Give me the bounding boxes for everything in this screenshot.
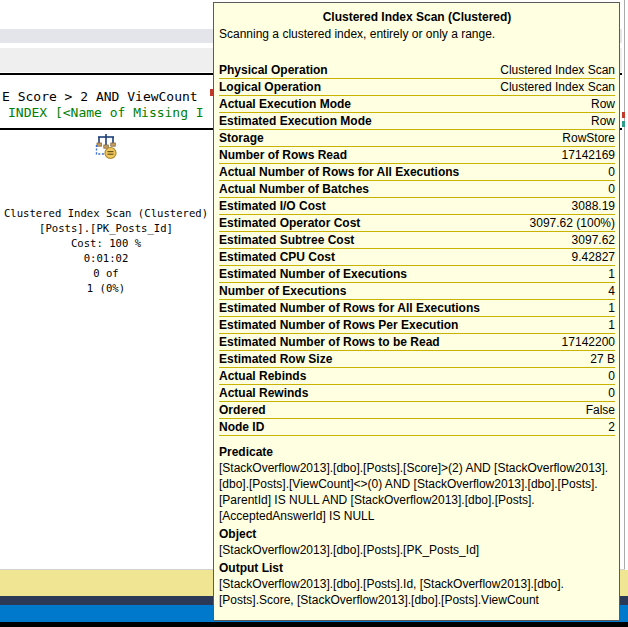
tooltip-section: Object [StackOverflow2013].[dbo].[Posts]…	[219, 527, 615, 558]
property-row: Ordered False	[219, 402, 615, 419]
property-label: Estimated Row Size	[219, 352, 332, 366]
plan-node-label-line: Cost: 100 %	[0, 236, 212, 251]
property-row: Estimated Number of Executions 1	[219, 266, 615, 283]
property-label: Estimated Number of Executions	[219, 267, 407, 281]
tooltip-section: Predicate [StackOverflow2013].[dbo].[Pos…	[219, 445, 615, 524]
property-row: Estimated Subtree Cost 3097.62	[219, 232, 615, 249]
plan-node-label-block: Clustered Index Scan (Clustered)[Posts].…	[0, 161, 212, 296]
property-row: Logical Operation Clustered Index Scan	[219, 79, 615, 96]
property-row: Number of Executions 4	[219, 283, 615, 300]
plan-node-clustered-index-scan[interactable]: Clustered Index Scan (Clustered)[Posts].…	[0, 131, 212, 296]
scrollbar-mark-green	[622, 121, 625, 127]
property-label: Actual Rebinds	[219, 369, 306, 383]
plan-node-label-line: [Posts].[PK_Posts_Id]	[0, 221, 212, 236]
property-row: Number of Rows Read 17142169	[219, 147, 615, 164]
property-label: Number of Executions	[219, 284, 346, 298]
property-row: Actual Execution Mode Row	[219, 96, 615, 113]
property-value: 0	[608, 165, 615, 179]
property-row: Storage RowStore	[219, 130, 615, 147]
clustered-index-scan-icon	[0, 131, 212, 160]
section-text: [StackOverflow2013].[dbo].[Posts].[Score…	[219, 460, 615, 524]
property-value: 1	[608, 318, 615, 332]
section-text: [StackOverflow2013].[dbo].[Posts].[PK_Po…	[219, 542, 615, 558]
plan-node-label-line: 1 (0%)	[0, 281, 212, 296]
property-label: Estimated Number of Rows to be Read	[219, 335, 440, 349]
property-label: Actual Rewinds	[219, 386, 308, 400]
property-value: 3097.62	[572, 233, 615, 247]
query-text-line: E Score > 2 AND ViewCount	[2, 90, 198, 104]
property-row: Physical Operation Clustered Index Scan	[219, 62, 615, 79]
property-label: Number of Rows Read	[219, 148, 347, 162]
property-label: Estimated Execution Mode	[219, 114, 372, 128]
property-label: Logical Operation	[219, 80, 321, 94]
tooltip-sections: Predicate [StackOverflow2013].[dbo].[Pos…	[219, 445, 615, 608]
property-row: Actual Rebinds 0	[219, 368, 615, 385]
property-value: 2	[608, 420, 615, 434]
property-label: Estimated Number of Rows Per Execution	[219, 318, 458, 332]
plan-node-label-line: 0 of	[0, 266, 212, 281]
property-row: Estimated Number of Rows for All Executi…	[219, 300, 615, 317]
tooltip-property-table: Physical Operation Clustered Index Scan …	[219, 62, 615, 436]
property-label: Ordered	[219, 403, 266, 417]
property-value: 9.42827	[572, 250, 615, 264]
window-bottom-edge	[0, 622, 628, 627]
property-value: 3097.62 (100%)	[530, 216, 615, 230]
property-row: Estimated Row Size 27 B	[219, 351, 615, 368]
property-row: Actual Rewinds 0	[219, 385, 615, 402]
property-value: 0	[608, 182, 615, 196]
property-label: Estimated Operator Cost	[219, 216, 360, 230]
property-label: Estimated CPU Cost	[219, 250, 335, 264]
property-label: Actual Execution Mode	[219, 97, 351, 111]
property-value: Clustered Index Scan	[500, 63, 615, 77]
property-value: 1	[608, 267, 615, 281]
scrollbar-mark-red	[622, 112, 625, 118]
property-label: Actual Number of Rows for All Executions	[219, 165, 459, 179]
tooltip-title: Clustered Index Scan (Clustered)	[219, 10, 615, 24]
property-value: 17142200	[562, 335, 615, 349]
section-heading: Output List	[219, 561, 615, 575]
property-row: Estimated Number of Rows Per Execution 1	[219, 317, 615, 334]
property-label: Physical Operation	[219, 63, 328, 77]
property-row: Estimated Execution Mode Row	[219, 113, 615, 130]
plan-node-label-line: Clustered Index Scan (Clustered)	[0, 206, 212, 221]
section-text: [StackOverflow2013].[dbo].[Posts].Id, [S…	[219, 576, 615, 608]
property-value: 3088.19	[572, 199, 615, 213]
tooltip-description: Scanning a clustered index, entirely or …	[219, 27, 615, 41]
property-value: 17142169	[562, 148, 615, 162]
property-row: Estimated I/O Cost 3088.19	[219, 198, 615, 215]
property-label: Estimated I/O Cost	[219, 199, 326, 213]
property-value: 1	[608, 301, 615, 315]
property-value: Clustered Index Scan	[500, 80, 615, 94]
property-value: False	[586, 403, 615, 417]
section-heading: Predicate	[219, 445, 615, 459]
property-value: RowStore	[562, 131, 615, 145]
property-row: Estimated Number of Rows to be Read 1714…	[219, 334, 615, 351]
property-value: Row	[591, 114, 615, 128]
property-value: Row	[591, 97, 615, 111]
tooltip-section: Output List [StackOverflow2013].[dbo].[P…	[219, 561, 615, 608]
property-row: Actual Number of Batches 0	[219, 181, 615, 198]
operator-tooltip: Clustered Index Scan (Clustered) Scannin…	[213, 2, 620, 621]
property-label: Estimated Subtree Cost	[219, 233, 354, 247]
property-label: Node ID	[219, 420, 264, 434]
property-value: 0	[608, 369, 615, 383]
property-row: Estimated CPU Cost 9.42827	[219, 249, 615, 266]
property-value: 27 B	[590, 352, 615, 366]
missing-index-hint-line: INDEX [<Name of Missing I	[8, 106, 204, 120]
property-value: 4	[608, 284, 615, 298]
property-row: Estimated Operator Cost 3097.62 (100%)	[219, 215, 615, 232]
plan-node-label-line: 0:01:02	[0, 251, 212, 266]
section-heading: Object	[219, 527, 615, 541]
property-label: Estimated Number of Rows for All Executi…	[219, 301, 480, 315]
property-row: Node ID 2	[219, 419, 615, 436]
property-row: Actual Number of Rows for All Executions…	[219, 164, 615, 181]
property-value: 0	[608, 386, 615, 400]
property-label: Actual Number of Batches	[219, 182, 369, 196]
property-label: Storage	[219, 131, 264, 145]
